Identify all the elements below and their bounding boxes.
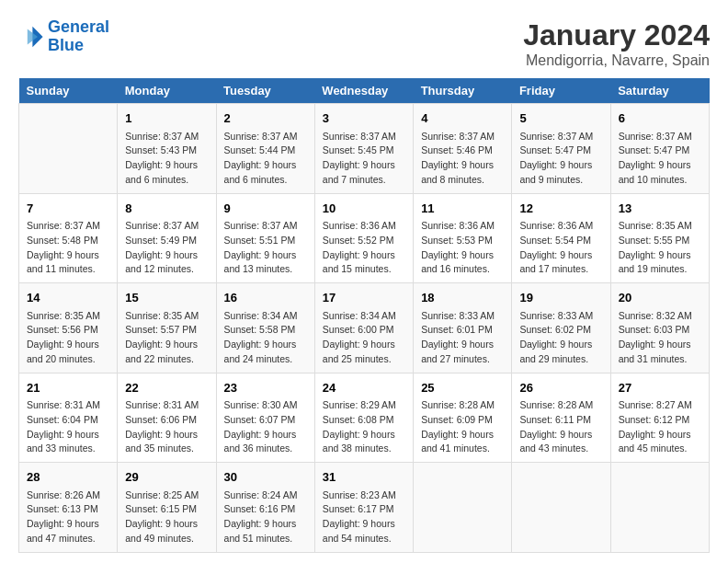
calendar-table: SundayMondayTuesdayWednesdayThursdayFrid… bbox=[18, 78, 710, 553]
day-number: 15 bbox=[125, 289, 208, 307]
calendar-cell: 4Sunrise: 8:37 AMSunset: 5:46 PMDaylight… bbox=[414, 104, 512, 194]
cell-info: Sunrise: 8:37 AMSunset: 5:46 PMDaylight:… bbox=[421, 130, 504, 188]
cell-info: Sunrise: 8:25 AMSunset: 6:15 PMDaylight:… bbox=[125, 488, 208, 546]
cell-info: Sunrise: 8:26 AMSunset: 6:13 PMDaylight:… bbox=[27, 488, 109, 546]
logo-text: General Blue bbox=[48, 18, 109, 55]
cell-info: Sunrise: 8:29 AMSunset: 6:08 PMDaylight:… bbox=[323, 398, 405, 456]
day-number: 8 bbox=[125, 200, 208, 218]
calendar-week-row: 1Sunrise: 8:37 AMSunset: 5:43 PMDaylight… bbox=[19, 104, 710, 194]
cell-info: Sunrise: 8:31 AMSunset: 6:04 PMDaylight:… bbox=[27, 398, 109, 456]
subtitle: Mendigorria, Navarre, Spain bbox=[523, 52, 710, 69]
calendar-cell: 6Sunrise: 8:37 AMSunset: 5:47 PMDaylight… bbox=[610, 104, 709, 194]
day-number: 20 bbox=[619, 289, 701, 307]
day-number: 1 bbox=[125, 109, 208, 128]
cell-info: Sunrise: 8:37 AMSunset: 5:44 PMDaylight:… bbox=[224, 130, 307, 188]
day-number: 31 bbox=[323, 468, 405, 487]
calendar-cell: 5Sunrise: 8:37 AMSunset: 5:47 PMDaylight… bbox=[512, 104, 610, 194]
calendar-cell: 9Sunrise: 8:37 AMSunset: 5:51 PMDaylight… bbox=[216, 193, 314, 283]
cell-info: Sunrise: 8:31 AMSunset: 6:06 PMDaylight:… bbox=[125, 398, 208, 456]
calendar-cell: 18Sunrise: 8:33 AMSunset: 6:01 PMDayligh… bbox=[414, 283, 512, 373]
day-number: 13 bbox=[619, 200, 701, 218]
calendar-week-row: 21Sunrise: 8:31 AMSunset: 6:04 PMDayligh… bbox=[19, 373, 710, 463]
cell-info: Sunrise: 8:37 AMSunset: 5:51 PMDaylight:… bbox=[224, 219, 307, 277]
calendar-cell: 26Sunrise: 8:28 AMSunset: 6:11 PMDayligh… bbox=[512, 373, 610, 463]
cell-info: Sunrise: 8:36 AMSunset: 5:52 PMDaylight:… bbox=[323, 219, 405, 277]
cell-info: Sunrise: 8:37 AMSunset: 5:43 PMDaylight:… bbox=[125, 130, 208, 188]
calendar-cell: 21Sunrise: 8:31 AMSunset: 6:04 PMDayligh… bbox=[19, 373, 118, 463]
cell-info: Sunrise: 8:36 AMSunset: 5:53 PMDaylight:… bbox=[421, 219, 504, 277]
cell-info: Sunrise: 8:37 AMSunset: 5:45 PMDaylight:… bbox=[323, 130, 405, 188]
cell-info: Sunrise: 8:37 AMSunset: 5:47 PMDaylight:… bbox=[619, 130, 701, 188]
cell-info: Sunrise: 8:35 AMSunset: 5:56 PMDaylight:… bbox=[27, 309, 109, 367]
cell-info: Sunrise: 8:36 AMSunset: 5:54 PMDaylight:… bbox=[519, 219, 602, 277]
day-number: 7 bbox=[27, 200, 109, 218]
calendar-cell: 1Sunrise: 8:37 AMSunset: 5:43 PMDaylight… bbox=[118, 104, 216, 194]
calendar-cell: 19Sunrise: 8:33 AMSunset: 6:02 PMDayligh… bbox=[512, 283, 610, 373]
weekday-header: Friday bbox=[512, 78, 610, 104]
cell-info: Sunrise: 8:30 AMSunset: 6:07 PMDaylight:… bbox=[224, 398, 307, 456]
day-number: 28 bbox=[27, 468, 109, 487]
cell-info: Sunrise: 8:28 AMSunset: 6:11 PMDaylight:… bbox=[519, 398, 602, 456]
page-header: General Blue January 2024 Mendigorria, N… bbox=[18, 18, 710, 69]
day-number: 25 bbox=[421, 379, 504, 397]
day-number: 4 bbox=[421, 109, 504, 128]
calendar-week-row: 14Sunrise: 8:35 AMSunset: 5:56 PMDayligh… bbox=[19, 283, 710, 373]
calendar-body: 1Sunrise: 8:37 AMSunset: 5:43 PMDaylight… bbox=[19, 104, 710, 553]
day-number: 27 bbox=[619, 379, 701, 397]
calendar-cell bbox=[414, 463, 512, 553]
day-number: 30 bbox=[224, 468, 307, 487]
calendar-cell bbox=[19, 104, 118, 194]
calendar-cell: 7Sunrise: 8:37 AMSunset: 5:48 PMDaylight… bbox=[19, 193, 118, 283]
calendar-cell: 30Sunrise: 8:24 AMSunset: 6:16 PMDayligh… bbox=[216, 463, 314, 553]
cell-info: Sunrise: 8:32 AMSunset: 6:03 PMDaylight:… bbox=[619, 309, 701, 367]
weekday-header: Tuesday bbox=[216, 78, 314, 104]
calendar-cell: 31Sunrise: 8:23 AMSunset: 6:17 PMDayligh… bbox=[314, 463, 413, 553]
cell-info: Sunrise: 8:37 AMSunset: 5:49 PMDaylight:… bbox=[125, 219, 208, 277]
calendar-cell: 16Sunrise: 8:34 AMSunset: 5:58 PMDayligh… bbox=[216, 283, 314, 373]
day-number: 16 bbox=[224, 289, 307, 307]
cell-info: Sunrise: 8:35 AMSunset: 5:55 PMDaylight:… bbox=[619, 219, 701, 277]
day-number: 3 bbox=[323, 109, 405, 128]
day-number: 17 bbox=[323, 289, 405, 307]
logo-line2: Blue bbox=[48, 36, 84, 54]
day-number: 21 bbox=[27, 379, 109, 397]
calendar-cell: 17Sunrise: 8:34 AMSunset: 6:00 PMDayligh… bbox=[314, 283, 413, 373]
main-title: January 2024 bbox=[523, 18, 710, 52]
cell-info: Sunrise: 8:23 AMSunset: 6:17 PMDaylight:… bbox=[323, 488, 405, 546]
day-number: 19 bbox=[519, 289, 602, 307]
calendar-cell: 3Sunrise: 8:37 AMSunset: 5:45 PMDaylight… bbox=[314, 104, 413, 194]
day-number: 6 bbox=[619, 109, 701, 128]
logo: General Blue bbox=[18, 18, 109, 55]
calendar-cell: 24Sunrise: 8:29 AMSunset: 6:08 PMDayligh… bbox=[314, 373, 413, 463]
calendar-cell: 12Sunrise: 8:36 AMSunset: 5:54 PMDayligh… bbox=[512, 193, 610, 283]
cell-info: Sunrise: 8:24 AMSunset: 6:16 PMDaylight:… bbox=[224, 488, 307, 546]
calendar-header: SundayMondayTuesdayWednesdayThursdayFrid… bbox=[19, 78, 710, 104]
calendar-cell: 27Sunrise: 8:27 AMSunset: 6:12 PMDayligh… bbox=[610, 373, 709, 463]
cell-info: Sunrise: 8:27 AMSunset: 6:12 PMDaylight:… bbox=[619, 398, 701, 456]
calendar-cell: 25Sunrise: 8:28 AMSunset: 6:09 PMDayligh… bbox=[414, 373, 512, 463]
calendar-cell: 23Sunrise: 8:30 AMSunset: 6:07 PMDayligh… bbox=[216, 373, 314, 463]
calendar-cell: 29Sunrise: 8:25 AMSunset: 6:15 PMDayligh… bbox=[118, 463, 216, 553]
day-number: 5 bbox=[519, 109, 602, 128]
day-number: 24 bbox=[323, 379, 405, 397]
calendar-cell bbox=[610, 463, 709, 553]
cell-info: Sunrise: 8:34 AMSunset: 6:00 PMDaylight:… bbox=[323, 309, 405, 367]
calendar-cell: 8Sunrise: 8:37 AMSunset: 5:49 PMDaylight… bbox=[118, 193, 216, 283]
calendar-cell: 13Sunrise: 8:35 AMSunset: 5:55 PMDayligh… bbox=[610, 193, 709, 283]
logo-line1: General bbox=[48, 17, 109, 36]
weekday-header: Saturday bbox=[610, 78, 709, 104]
day-number: 23 bbox=[224, 379, 307, 397]
cell-info: Sunrise: 8:33 AMSunset: 6:01 PMDaylight:… bbox=[421, 309, 504, 367]
day-number: 14 bbox=[27, 289, 109, 307]
calendar-cell: 22Sunrise: 8:31 AMSunset: 6:06 PMDayligh… bbox=[118, 373, 216, 463]
calendar-cell: 11Sunrise: 8:36 AMSunset: 5:53 PMDayligh… bbox=[414, 193, 512, 283]
cell-info: Sunrise: 8:33 AMSunset: 6:02 PMDaylight:… bbox=[519, 309, 602, 367]
day-number: 11 bbox=[421, 200, 504, 218]
day-number: 22 bbox=[125, 379, 208, 397]
calendar-cell: 14Sunrise: 8:35 AMSunset: 5:56 PMDayligh… bbox=[19, 283, 118, 373]
calendar-cell: 2Sunrise: 8:37 AMSunset: 5:44 PMDaylight… bbox=[216, 104, 314, 194]
cell-info: Sunrise: 8:37 AMSunset: 5:47 PMDaylight:… bbox=[519, 130, 602, 188]
cell-info: Sunrise: 8:35 AMSunset: 5:57 PMDaylight:… bbox=[125, 309, 208, 367]
title-section: January 2024 Mendigorria, Navarre, Spain bbox=[523, 18, 710, 69]
cell-info: Sunrise: 8:28 AMSunset: 6:09 PMDaylight:… bbox=[421, 398, 504, 456]
